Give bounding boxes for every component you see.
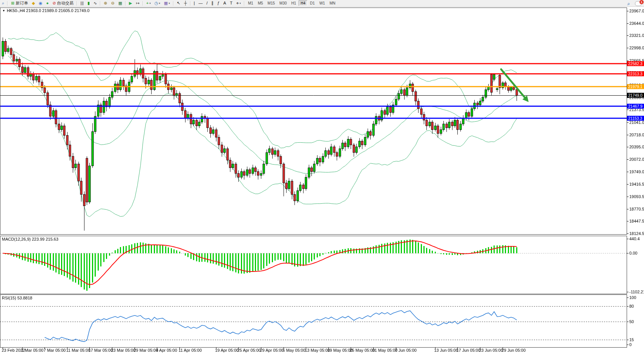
timeframe-button-d1[interactable]: D1 bbox=[308, 0, 317, 6]
dropdown-caret-icon[interactable]: ▾ bbox=[239, 2, 241, 5]
timeframe-button-h1[interactable]: H1 bbox=[290, 0, 298, 6]
horizontal-line-icon: — bbox=[199, 1, 203, 5]
metaeditor-button[interactable]: ◆ bbox=[30, 0, 36, 6]
timeframe-button-w1[interactable]: W1 bbox=[317, 0, 327, 6]
timeframe-button-h4[interactable]: H4 bbox=[299, 0, 307, 6]
trendline-button[interactable]: / bbox=[205, 0, 209, 6]
timeframe-button-m30[interactable]: M30 bbox=[278, 0, 288, 6]
text-button[interactable]: A bbox=[222, 0, 227, 6]
mt4-trading-terminal: ⌕⊞新订单◆◉●⊘自动交易|||▮∿⊕⊖▦▶↦+▾◷▾▦▾↖┼|—/∥ƒAT⋄▾… bbox=[0, 0, 644, 354]
tile-windows-icon: ▦ bbox=[118, 1, 122, 5]
line-chart-button[interactable]: ∿ bbox=[92, 0, 98, 6]
fibonacci-icon: ƒ bbox=[217, 1, 219, 5]
community-button[interactable]: ◉ bbox=[37, 0, 44, 6]
shapes-button[interactable]: ⋄▾ bbox=[235, 0, 242, 6]
auto-scroll-button[interactable]: ▶ bbox=[127, 0, 133, 6]
indicators-button[interactable]: +▾ bbox=[145, 0, 152, 6]
zoom-out-icon: ⊖ bbox=[111, 1, 114, 5]
trendline-icon: / bbox=[207, 1, 208, 5]
timeframe-button-m1[interactable]: M1 bbox=[246, 0, 255, 6]
bar-chart-button[interactable]: ||| bbox=[79, 0, 85, 6]
shapes-icon: ⋄ bbox=[236, 1, 239, 5]
autotrading-button[interactable]: ⊘自动交易 bbox=[51, 0, 75, 6]
notifications-button[interactable]: 1 bbox=[635, 1, 642, 6]
periods-icon: ◷ bbox=[155, 1, 158, 5]
dropdown-caret-icon[interactable]: ▾ bbox=[149, 2, 151, 5]
tile-windows-button[interactable]: ▦ bbox=[117, 0, 124, 6]
signals-button[interactable]: ● bbox=[44, 0, 50, 6]
timeframe-button-mn[interactable]: MN bbox=[328, 0, 337, 6]
channel-icon: ∥ bbox=[212, 1, 214, 5]
toolbar: ⌕⊞新订单◆◉●⊘自动交易|||▮∿⊕⊖▦▶↦+▾◷▾▦▾↖┼|—/∥ƒAT⋄▾… bbox=[0, 0, 644, 7]
vertical-line-icon: | bbox=[194, 1, 195, 5]
toolbar-separator bbox=[244, 1, 245, 6]
crosshair-button[interactable]: ┼ bbox=[182, 0, 189, 6]
new-order-button-label: 新订单 bbox=[15, 0, 28, 6]
toolbar-separator bbox=[7, 1, 8, 6]
chart-shift-button[interactable]: ↦ bbox=[135, 0, 141, 6]
zoom-in-icon: ⊕ bbox=[104, 1, 107, 5]
channel-button[interactable]: ∥ bbox=[210, 0, 215, 6]
toolbar-separator bbox=[125, 1, 126, 6]
toolbar-separator bbox=[190, 1, 191, 6]
search-button[interactable]: ⌕ bbox=[626, 0, 632, 7]
templates-button[interactable]: ▦▾ bbox=[163, 0, 172, 6]
zoom-in-button[interactable]: ⊕ bbox=[102, 0, 109, 6]
signals-icon: ● bbox=[46, 1, 49, 5]
horizontal-line-button[interactable]: — bbox=[197, 0, 204, 6]
autotrading-icon: ⊘ bbox=[52, 1, 56, 5]
indicators-icon: + bbox=[146, 1, 149, 5]
symbols-search-icon: ⌕ bbox=[2, 1, 4, 5]
autotrading-button-label: 自动交易 bbox=[57, 0, 74, 6]
text-icon: A bbox=[223, 1, 226, 5]
new-order-button[interactable]: ⊞新订单 bbox=[9, 0, 29, 6]
notification-badge: 1 bbox=[639, 0, 644, 4]
label-icon: T bbox=[230, 1, 233, 5]
chart-shift-icon: ↦ bbox=[136, 1, 140, 5]
fibonacci-button[interactable]: ƒ bbox=[216, 0, 221, 6]
toolbar-separator bbox=[143, 1, 143, 6]
symbol-ohlc-text: HK50-,H4 21903.0 21989.0 21605.0 21749.0 bbox=[7, 8, 90, 13]
auto-scroll-icon: ▶ bbox=[129, 1, 132, 5]
zoom-out-button[interactable]: ⊖ bbox=[109, 0, 116, 6]
toolbar-separator bbox=[100, 1, 101, 6]
cursor-button[interactable]: ↖ bbox=[175, 0, 182, 6]
label-button[interactable]: T bbox=[228, 0, 234, 6]
toolbar-right-cluster: ⌕1 bbox=[626, 0, 642, 7]
symbols-search-button[interactable]: ⌕ bbox=[0, 0, 6, 6]
bar-chart-icon: ||| bbox=[80, 1, 84, 5]
dropdown-caret-icon[interactable]: ▾ bbox=[159, 2, 160, 5]
new-order-icon: ⊞ bbox=[11, 1, 14, 5]
vertical-line-button[interactable]: | bbox=[192, 0, 196, 6]
cursor-icon: ↖ bbox=[177, 1, 180, 5]
templates-icon: ▦ bbox=[164, 1, 168, 5]
chart-info-line: ▼HK50-,H4 21903.0 21989.0 21605.0 21749.… bbox=[2, 8, 90, 13]
timeframe-button-m5[interactable]: M5 bbox=[256, 0, 265, 6]
community-icon: ◉ bbox=[39, 1, 43, 5]
candle-chart-icon: ▮ bbox=[87, 1, 90, 5]
periods-button[interactable]: ◷▾ bbox=[153, 0, 162, 6]
toolbar-separator bbox=[77, 1, 77, 6]
toolbar-separator bbox=[173, 1, 174, 6]
crosshair-icon: ┼ bbox=[184, 1, 187, 5]
search-icon: ⌕ bbox=[627, 2, 630, 6]
candle-chart-button[interactable]: ▮ bbox=[86, 0, 91, 6]
timeframe-button-m15[interactable]: M15 bbox=[266, 0, 277, 6]
chart-canvas[interactable] bbox=[0, 0, 644, 354]
dropdown-caret-icon[interactable]: ▾ bbox=[169, 2, 170, 5]
chevron-down-icon[interactable]: ▼ bbox=[2, 9, 5, 12]
metaeditor-icon: ◆ bbox=[32, 1, 35, 5]
line-chart-icon: ∿ bbox=[94, 1, 97, 5]
